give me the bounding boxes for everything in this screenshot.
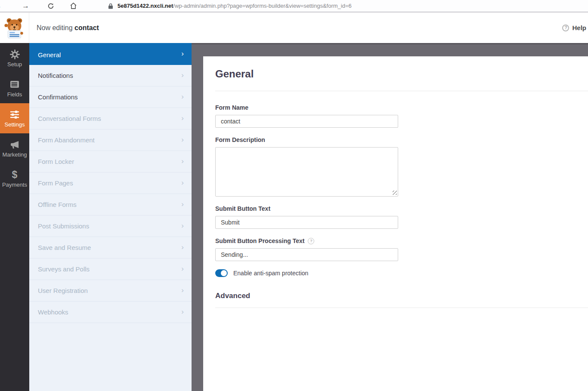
- section-label: Conversational Forms: [38, 115, 101, 122]
- section-label: Offline Forms: [38, 201, 77, 208]
- nav-label: Payments: [2, 182, 27, 188]
- chevron-right-icon: ›: [181, 179, 184, 187]
- settings-section-confirmations[interactable]: Confirmations ›: [29, 86, 192, 108]
- address-bar[interactable]: 5e875d1422.nxcli.net/wp-admin/admin.php?…: [118, 3, 352, 9]
- settings-section-surveys-and-polls[interactable]: Surveys and Polls ›: [29, 259, 192, 280]
- chevron-right-icon: ›: [181, 308, 184, 316]
- gear-icon: [10, 49, 20, 60]
- submit-processing-text-label: Submit Button Processing Text ?: [215, 237, 588, 244]
- now-editing-prefix: Now editing: [37, 24, 74, 31]
- section-label: User Registration: [38, 287, 88, 294]
- browser-toolbar: ← → 5e875d1422.nxcli.net/wp-admin/admin.…: [0, 0, 588, 12]
- nav-item-marketing[interactable]: Marketing: [0, 133, 29, 163]
- chevron-right-icon: ›: [181, 200, 184, 209]
- chevron-right-icon: ›: [181, 286, 184, 295]
- advanced-divider: [215, 308, 588, 308]
- submit-processing-text-input[interactable]: [215, 248, 398, 261]
- toggle-knob: [221, 270, 227, 276]
- chevron-right-icon: ›: [181, 222, 184, 230]
- settings-section-offline-forms[interactable]: Offline Forms ›: [29, 194, 192, 216]
- settings-section-save-and-resume[interactable]: Save and Resume ›: [29, 237, 192, 259]
- nav-label: Marketing: [2, 151, 27, 158]
- dollar-icon: $: [12, 169, 18, 180]
- builder-nav-sidebar: Setup Fields: [0, 43, 29, 391]
- antispam-toggle-label: Enable anti-spam protection: [233, 270, 308, 277]
- settings-section-webhooks[interactable]: Webhooks ›: [29, 302, 192, 323]
- refresh-icon[interactable]: [47, 3, 54, 9]
- editing-form-name: contact: [74, 24, 99, 31]
- settings-section-notifications[interactable]: Notifications ›: [29, 65, 192, 86]
- advanced-section-title[interactable]: Advanced: [215, 292, 588, 300]
- nav-label: Fields: [7, 91, 22, 98]
- section-label: Save and Resume: [38, 244, 91, 251]
- settings-section-form-pages[interactable]: Form Pages ›: [29, 172, 192, 194]
- general-settings-panel: General Form Name Form Description Submi…: [203, 56, 588, 391]
- section-label: Notifications: [38, 72, 73, 79]
- antispam-setting-row: Enable anti-spam protection: [215, 269, 588, 277]
- now-editing-text: Now editing contact: [37, 24, 99, 32]
- back-icon[interactable]: ←: [0, 2, 5, 9]
- section-label: Form Pages: [38, 179, 73, 187]
- tooltip-question-icon[interactable]: ?: [308, 238, 314, 244]
- builder-header: Now editing contact ? Help: [0, 12, 588, 43]
- chevron-right-icon: ›: [181, 71, 184, 80]
- submit-processing-label-text: Submit Button Processing Text: [215, 237, 304, 244]
- section-label: Form Locker: [38, 158, 74, 165]
- form-name-label: Form Name: [215, 104, 588, 111]
- antispam-toggle[interactable]: [215, 269, 228, 277]
- form-description-textarea[interactable]: [215, 147, 398, 197]
- megaphone-icon: [9, 139, 20, 150]
- settings-section-conversational-forms[interactable]: Conversational Forms ›: [29, 108, 192, 129]
- nav-item-payments[interactable]: $ Payments: [0, 163, 29, 194]
- settings-section-user-registration[interactable]: User Registration ›: [29, 280, 192, 302]
- url-path: /wp-admin/admin.php?page=wpforms-builder…: [173, 3, 351, 9]
- chevron-right-icon: ›: [181, 135, 184, 144]
- help-question-icon[interactable]: ?: [562, 25, 569, 31]
- section-label: Webhooks: [38, 308, 68, 316]
- settings-sections-sidebar: General › Notifications › Confirmations …: [29, 44, 192, 391]
- help-button[interactable]: Help: [572, 24, 586, 31]
- forward-icon[interactable]: →: [22, 2, 29, 9]
- nav-label: Settings: [5, 121, 25, 128]
- form-name-input[interactable]: [215, 115, 398, 128]
- settings-section-post-submissions[interactable]: Post Submissions ›: [29, 216, 192, 237]
- builder-workspace: General › Notifications › Confirmations …: [0, 43, 588, 391]
- submit-button-text-label: Submit Button Text: [215, 205, 588, 212]
- section-label: Confirmations: [38, 93, 78, 101]
- section-label: General: [38, 51, 61, 58]
- section-label: Surveys and Polls: [38, 265, 90, 273]
- chevron-right-icon: ›: [181, 49, 184, 58]
- form-description-label: Form Description: [215, 136, 588, 143]
- nav-label: Setup: [7, 61, 22, 68]
- section-label: Form Abandonment: [38, 136, 95, 144]
- chevron-right-icon: ›: [181, 157, 184, 166]
- lock-icon: [108, 3, 113, 9]
- wpforms-logo: [0, 12, 29, 43]
- nav-item-fields[interactable]: Fields: [0, 73, 29, 103]
- chevron-right-icon: ›: [181, 92, 184, 101]
- chevron-right-icon: ›: [181, 114, 184, 123]
- section-label: Post Submissions: [38, 222, 89, 230]
- panel-title: General: [215, 68, 588, 80]
- wpforms-bear-icon: [4, 17, 25, 39]
- sliders-icon: [9, 109, 20, 120]
- home-icon[interactable]: [70, 2, 77, 9]
- settings-section-form-locker[interactable]: Form Locker ›: [29, 151, 192, 172]
- chevron-right-icon: ›: [181, 243, 184, 252]
- nav-item-setup[interactable]: Setup: [0, 43, 29, 73]
- title-divider: [215, 91, 588, 91]
- chevron-right-icon: ›: [181, 265, 184, 273]
- nav-item-settings[interactable]: Settings: [0, 103, 29, 133]
- url-domain: 5e875d1422.nxcli.net: [118, 3, 173, 9]
- submit-button-text-input[interactable]: [215, 216, 398, 229]
- settings-section-form-abandonment[interactable]: Form Abandonment ›: [29, 129, 192, 151]
- fields-icon: [9, 79, 20, 90]
- settings-section-general[interactable]: General ›: [29, 43, 192, 65]
